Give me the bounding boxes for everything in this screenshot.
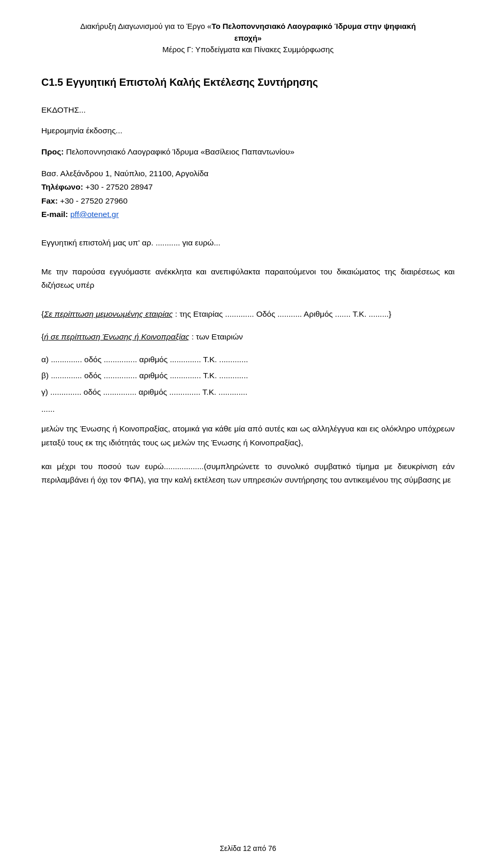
list-item-alpha: α) .............. οδός ............... α… <box>41 352 455 367</box>
phone-line: Τηλέφωνο: +30 - 27520 28947 <box>41 180 455 194</box>
address-line1: Βασ. Αλεξάνδρου 1, Ναύπλιο, 21100, Αργολ… <box>41 167 455 180</box>
fax-line: Fax: +30 - 27520 27960 <box>41 194 455 208</box>
ekdotis-block: ΕΚΔΟΤΗΣ... <box>41 104 455 117</box>
final-paragraph: και μέχρι του ποσού των ευρώ............… <box>41 460 455 487</box>
email-label: E-mail: <box>41 210 68 219</box>
curly-rest-2: : των Εταιριών <box>189 332 243 341</box>
email-value[interactable]: pff@otenet.gr <box>70 210 119 219</box>
page-footer: Σελίδα 12 από 76 <box>0 844 496 853</box>
list-item-gamma: γ) .............. οδός ............... α… <box>41 385 455 399</box>
members-paragraph: μελών της Ένωσης ή Κοινοπραξίας, ατομικά… <box>41 422 455 450</box>
curly-section-2: {ή σε περίπτωση Ένωσης ή Κοινοπραξίας : … <box>41 330 455 344</box>
pros-label: Προς: <box>41 147 64 156</box>
pros-institution: Πελοποννησιακό Λαογραφικό Ίδρυμα «Βασίλε… <box>66 147 295 156</box>
list-item-beta: β) .............. οδός ............... α… <box>41 368 455 383</box>
italic-union: ή σε περίπτωση Ένωσης ή Κοινοπραξίας <box>44 332 189 341</box>
italic-company: Σε περίπτωση μεμονωμένης εταιρίας <box>44 309 173 318</box>
email-line: E-mail: pff@otenet.gr <box>41 208 455 221</box>
page: Διακήρυξη Διαγωνισμού για το Έργο «Το Πε… <box>0 0 496 868</box>
curly-section-1: {Σε περίπτωση μεμονωμένης εταιρίας : της… <box>41 307 455 321</box>
date-block: Ημερομηνία έκδοσης... <box>41 125 455 137</box>
body-paragraph: Με την παρούσα εγγυόμαστε ανέκκλητα και … <box>41 265 455 292</box>
pros-block: Προς: Πελοποννησιακό Λαογραφικό Ίδρυμα «… <box>41 146 455 159</box>
list-section: α) .............. οδός ............... α… <box>41 352 455 400</box>
ekdotis-label: ΕΚΔΟΤΗΣ... <box>41 105 86 114</box>
guarantee-line: Εγγυητική επιστολή μας υπ' αρ. .........… <box>41 237 455 250</box>
header-line1: Διακήρυξη Διαγωνισμού για το Έργο «Το Πε… <box>41 21 455 33</box>
header-bold-text: Το Πελοποννησιακό Λαογραφικό Ίδρυμα στην… <box>211 22 415 30</box>
phone-label: Τηλέφωνο: <box>41 182 83 191</box>
header-bold-epoch: εποχή» <box>235 34 262 42</box>
header-line3: Μέρος Γ: Υποδείγματα και Πίνακες Συμμόρφ… <box>41 44 455 56</box>
fax-number: +30 - 27520 27960 <box>60 196 128 205</box>
date-label: Ημερομηνία έκδοσης... <box>41 126 122 135</box>
fax-label: Fax: <box>41 196 58 205</box>
curly-rest-1: : της Εταιρίας ............. Οδός ......… <box>173 309 392 318</box>
page-header: Διακήρυξη Διαγωνισμού για το Έργο «Το Πε… <box>41 21 455 56</box>
section-title: C1.5 Εγγυητική Επιστολή Καλής Εκτέλεσης … <box>41 76 455 88</box>
address-block: Βασ. Αλεξάνδρου 1, Ναύπλιο, 21100, Αργολ… <box>41 167 455 221</box>
phone-number: +30 - 27520 28947 <box>85 182 153 191</box>
header-line2: εποχή» <box>41 33 455 44</box>
ellipsis-block: ...... <box>41 405 455 414</box>
